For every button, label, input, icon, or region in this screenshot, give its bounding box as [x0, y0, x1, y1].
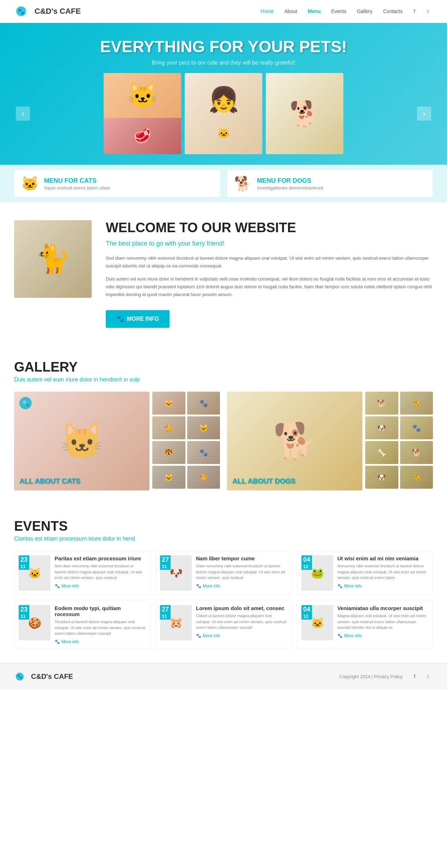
event-more-link[interactable]: 🐾 More info: [337, 633, 428, 638]
gallery-dogs-thumbs: 🐕 🦮 🐶 🐾 🦴 🐕 🐶 🦮: [365, 392, 433, 490]
event-image: 2311 🐱: [19, 555, 50, 591]
events-section: EVENTS Claritas est etiam processum iriu…: [0, 505, 447, 663]
header-social: f t: [410, 6, 433, 16]
event-text: Nonummy nibh euismod tincidunt ut laoree…: [337, 563, 428, 581]
event-title: Ut wisi enim ad mi nim veniamia: [337, 555, 428, 561]
events-grid: 2311 🐱 Paritas est etiam processum iriur…: [14, 551, 433, 649]
hero-next-button[interactable]: ›: [417, 107, 431, 121]
hero-title: EVERYTHING FOR YOUR PETS!: [14, 37, 433, 56]
welcome-section: 🐈 WELCOME TO OUR WEBSITE The best place …: [0, 203, 447, 345]
event-content: Lorem ipsum dolo sit amet, consec Cidunt…: [196, 605, 287, 644]
welcome-image: 🐈: [14, 220, 92, 298]
event-more-link[interactable]: 🐾 More info: [196, 584, 287, 589]
gallery-grid: 🐱 🔍 ALL ABOUT CATS 🐱 🐾 🐈 🐱 🐯 🐾: [14, 392, 433, 490]
event-more-link[interactable]: 🐾 More info: [55, 584, 146, 589]
gallery-thumb[interactable]: 🐾: [187, 441, 220, 464]
gallery-thumb[interactable]: 🐕: [365, 392, 398, 415]
gallery-subtitle: Duis autem vel eum iriure dolor in hendr…: [14, 376, 433, 383]
facebook-icon[interactable]: f: [410, 6, 420, 16]
more-info-button[interactable]: 🐾 MORE INFO: [106, 310, 170, 328]
footer-logo-icon: 🐾: [14, 670, 28, 683]
event-more-link[interactable]: 🐾 More info: [337, 584, 428, 589]
footer-facebook-icon[interactable]: f: [410, 671, 420, 681]
menu-dogs-banner[interactable]: 🐕 MENU FOR DOGS Investigationes demonstr…: [227, 170, 433, 197]
hero-image-girl: 👧🐱: [185, 73, 262, 154]
gallery-thumb[interactable]: 🦮: [400, 466, 433, 489]
paw-icon: 🐾: [337, 584, 343, 589]
gallery-thumb[interactable]: 🐈: [152, 416, 185, 439]
hero-prev-button[interactable]: ‹: [16, 107, 30, 121]
svg-text:🐾: 🐾: [17, 674, 23, 680]
event-card: 0412 🐸 Ut wisi enim ad mi nim veniamia N…: [297, 551, 433, 595]
gallery-thumb[interactable]: 🐶: [365, 466, 398, 489]
events-title: EVENTS: [14, 519, 433, 534]
header: 🐾 C&D's CAFE Home About Menu Events Gall…: [0, 0, 447, 23]
event-text: Diam nonummy nibh euismod tincidunt ut l…: [196, 563, 287, 581]
main-nav: Home About Menu Events Gallery Contacts: [261, 8, 403, 14]
nav-about[interactable]: About: [284, 8, 297, 14]
welcome-content: WELCOME TO OUR WEBSITE The best place to…: [106, 220, 433, 328]
gallery-cats-thumbs: 🐱 🐾 🐈 🐱 🐯 🐾 🐱 🐈: [152, 392, 220, 490]
event-date: 2711: [160, 605, 171, 620]
gallery-title: GALLERY: [14, 360, 433, 375]
event-title: Veniamiatao ulla mcorper suscipit: [337, 605, 428, 611]
nav-home[interactable]: Home: [261, 8, 274, 14]
gallery-thumb[interactable]: 🐕: [400, 441, 433, 464]
nav-contacts[interactable]: Contacts: [383, 8, 403, 14]
menu-cats-banner[interactable]: 🐱 MENU FOR CATS Squis nostrud exerci tat…: [14, 170, 220, 197]
event-title: Paritas est etiam processum iriure: [55, 555, 146, 561]
gallery-thumb[interactable]: 🐾: [400, 416, 433, 439]
event-image: 2711 🐶: [160, 555, 192, 591]
hero-image-cat: 🐱 🥩: [104, 73, 181, 154]
gallery-thumb[interactable]: 🐱: [152, 392, 185, 415]
event-content: Ut wisi enim ad mi nim veniamia Nonummy …: [337, 555, 428, 591]
nav-menu[interactable]: Menu: [308, 8, 321, 14]
paw-icon: 🐾: [116, 315, 124, 323]
gallery-thumb[interactable]: 🐈: [187, 466, 220, 489]
paw-icon: 🐾: [196, 584, 201, 589]
gallery-thumb[interactable]: 🐯: [152, 441, 185, 464]
gallery-thumb[interactable]: 🦮: [400, 392, 433, 415]
footer-twitter-icon[interactable]: t: [423, 671, 433, 681]
welcome-title: WELCOME TO OUR WEBSITE: [106, 220, 433, 235]
menu-cats-title: MENU FOR CATS: [44, 177, 110, 185]
footer-logo-text: C&D's CAFE: [31, 673, 73, 681]
gallery-thumb[interactable]: 🦴: [365, 441, 398, 464]
event-image: 0412 🐸: [301, 555, 333, 591]
event-image: 0412 🐱: [301, 605, 333, 640]
menu-banners: 🐱 MENU FOR CATS Squis nostrud exerci tat…: [0, 165, 447, 203]
hero-section: EVERYTHING FOR YOUR PETS! Bring your pet…: [0, 23, 447, 165]
footer-logo[interactable]: 🐾 C&D's CAFE: [14, 670, 73, 683]
svg-text:🐾: 🐾: [18, 8, 25, 15]
cat-banner-icon: 🐱: [21, 175, 39, 192]
event-title: Nam liber tempor cume: [196, 555, 287, 561]
gallery-cats-label: ALL ABOUT CATS: [19, 477, 80, 485]
logo-icon: 🐾: [14, 4, 32, 18]
gallery-dogs-main[interactable]: 🐕 ALL ABOUT DOGS: [227, 392, 362, 490]
twitter-icon[interactable]: t: [423, 6, 433, 16]
gallery-thumb[interactable]: 🐱: [187, 416, 220, 439]
event-content: Paritas est etiam processum iriure Sed d…: [55, 555, 146, 591]
paw-icon: 🐾: [55, 639, 60, 644]
event-content: Veniamiatao ulla mcorper suscipit Magna …: [337, 605, 428, 644]
gallery-thumb[interactable]: 🐾: [187, 392, 220, 415]
event-content: Nam liber tempor cume Diam nonummy nibh …: [196, 555, 287, 591]
nav-events[interactable]: Events: [331, 8, 347, 14]
gallery-thumb[interactable]: 🐱: [152, 466, 185, 489]
event-date: 0412: [301, 605, 312, 620]
gallery-cats-main[interactable]: 🐱 🔍 ALL ABOUT CATS: [14, 392, 149, 490]
event-date: 0412: [301, 555, 312, 570]
event-date: 2311: [19, 555, 29, 570]
event-more-link[interactable]: 🐾 More info: [196, 633, 287, 638]
event-date: 2311: [19, 605, 29, 620]
gallery-dogs: 🐕 ALL ABOUT DOGS 🐕 🦮 🐶 🐾 🦴 🐕: [227, 392, 433, 490]
nav-gallery[interactable]: Gallery: [357, 8, 372, 14]
gallery-section: GALLERY Duis autem vel eum iriure dolor …: [0, 345, 447, 505]
event-more-link[interactable]: 🐾 More info: [55, 639, 146, 644]
welcome-para2: Duis autem vel eum iriure dolor in hendr…: [106, 275, 433, 299]
gallery-thumb[interactable]: 🐶: [365, 416, 398, 439]
hero-images: 🐱 🥩 👧🐱 🐕: [28, 73, 419, 154]
logo[interactable]: 🐾 C&D's CAFE: [14, 4, 81, 18]
event-title: Lorem ipsum dolo sit amet, consec: [196, 605, 287, 611]
footer: 🐾 C&D's CAFE Copyright 2014 | Privacy Po…: [0, 663, 447, 690]
